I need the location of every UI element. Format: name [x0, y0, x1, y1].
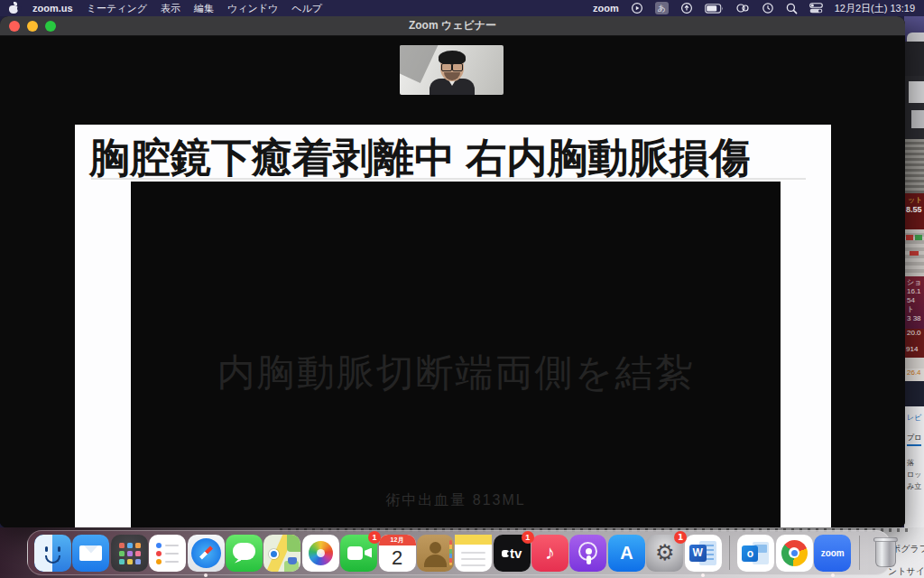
bg-fragment: ット [904, 193, 924, 205]
dock: 1 12月 2 tv 1 ♪ A ⚙ 1 W o zoom [27, 530, 891, 575]
bg-fragment: 8.55 [904, 205, 924, 214]
dock-outlook-icon[interactable]: o [737, 535, 774, 572]
input-source-icon[interactable]: あ [655, 2, 669, 14]
surgery-video-area: 内胸動脈切断端両側を結紮 術中出血量 813ML [131, 182, 781, 527]
bg-fragment: 914 [906, 345, 924, 354]
presenter-video-thumbnail[interactable] [400, 45, 504, 95]
menu-right-zoom-label[interactable]: zoom [593, 3, 619, 14]
dock-photos-icon[interactable] [302, 535, 339, 572]
bg-fragment: 26.4 [907, 368, 924, 378]
menu-view[interactable]: 表示 [161, 2, 180, 15]
bg-fragment: ロッ [907, 471, 924, 480]
fullscreen-button[interactable] [45, 21, 56, 32]
dock-divider [729, 536, 730, 570]
dock-podcasts-icon[interactable] [569, 535, 606, 572]
dock-messages-icon[interactable] [226, 535, 263, 572]
music-note-glyph: ♪ [545, 541, 555, 564]
bg-fragment: 落 [907, 459, 924, 468]
word-letter: W [689, 545, 707, 562]
dock-chrome-icon[interactable] [776, 535, 813, 572]
dock-zoom-icon[interactable]: zoom [814, 535, 851, 572]
bg-fragment: 54 [907, 296, 924, 305]
bg-fragment: レビ [907, 414, 924, 423]
dock-calendar-icon[interactable]: 12月 2 [379, 535, 416, 572]
bg-fragment: 16.1 [907, 287, 924, 296]
control-center-icon[interactable] [809, 3, 823, 14]
update-circle-icon[interactable] [680, 2, 693, 14]
outlook-letter: o [742, 545, 758, 562]
dock-launchpad-icon[interactable] [111, 535, 148, 572]
background-window-strip: ット 8.55 ショ 16.1 54 ト 3 38 20.0 914 26.4 … [904, 16, 924, 527]
bg-fragment: 3 38 [907, 314, 924, 323]
dock-word-icon[interactable]: W [685, 535, 722, 572]
menu-datetime[interactable]: 12月2日(土) 13:19 [835, 2, 915, 15]
facetime-badge: 1 [368, 531, 381, 544]
window-title: Zoom ウェビナー [409, 18, 496, 33]
slide-title: 胸腔鏡下癒着剥離中 右内胸動脈損傷 [89, 131, 751, 185]
shared-slide: 胸腔鏡下癒着剥離中 右内胸動脈損傷 内胸動脈切断端両側を結紮 術中出血量 813… [75, 125, 831, 527]
apple-menu-icon[interactable] [9, 3, 19, 14]
menu-window[interactable]: ウィンドウ [227, 2, 278, 15]
gear-icon: ⚙ [655, 540, 675, 565]
menu-edit[interactable]: 編集 [194, 2, 214, 15]
dock-reminders-icon[interactable] [149, 535, 186, 572]
bg-fragment: プロ [907, 434, 921, 446]
dock-trash-icon[interactable] [867, 535, 904, 572]
dock-safari-icon[interactable] [188, 535, 225, 572]
spotlight-icon[interactable] [786, 3, 798, 14]
slide-title-rule [91, 178, 806, 180]
tv-label: tv [510, 545, 522, 561]
dock-contacts-icon[interactable] [417, 535, 454, 572]
menu-app-name[interactable]: zoom.us [32, 3, 73, 14]
screen-recording-icon[interactable] [631, 2, 643, 14]
dock-app-store-icon[interactable]: A [608, 535, 645, 572]
calendar-month: 12月 [379, 535, 416, 545]
menu-meeting[interactable]: ミーティング [87, 2, 147, 15]
time-machine-icon[interactable] [762, 2, 774, 14]
dock-maps-icon[interactable] [263, 535, 300, 572]
calendar-day: 2 [379, 545, 416, 571]
tv-badge: 1 [522, 531, 534, 544]
bg-fragment: み立 [907, 482, 924, 491]
menu-help[interactable]: ヘルプ [291, 2, 322, 15]
dock-mail-icon[interactable] [72, 535, 109, 572]
bg-fragment: 20.0 [907, 329, 924, 338]
dock-facetime-icon[interactable]: 1 [340, 535, 377, 572]
zoom-webinar-window: Zoom ウェビナー 胸腔鏡下癒着剥離中 右内胸動脈損傷 内胸動脈切断端両側を結… [0, 16, 905, 527]
bg-fragment: ト [907, 305, 924, 314]
dock-apple-tv-icon[interactable]: tv 1 [494, 535, 531, 572]
bg-fragment: ショ [907, 278, 924, 287]
handoff-icon[interactable] [735, 3, 750, 14]
settings-badge: 1 [674, 531, 687, 544]
blood-loss-caption: 術中出血量 813ML [131, 491, 781, 510]
dock-divider [859, 536, 860, 570]
dock-notes-icon[interactable] [455, 535, 492, 572]
window-titlebar[interactable]: Zoom ウェビナー [0, 16, 905, 36]
menu-bar: zoom.us ミーティング 表示 編集 ウィンドウ ヘルプ zoom あ 12… [0, 0, 924, 16]
minimize-button[interactable] [27, 21, 38, 32]
appstore-letter: A [620, 543, 633, 564]
dock-music-icon[interactable]: ♪ [531, 535, 568, 572]
close-button[interactable] [9, 21, 20, 32]
dock-settings-icon[interactable]: ⚙ 1 [646, 535, 683, 572]
video-caption: 内胸動脈切断端両側を結紮 [131, 348, 781, 398]
battery-icon[interactable] [705, 4, 724, 14]
zoom-label: zoom [821, 548, 845, 558]
dock-finder-icon[interactable] [34, 535, 71, 572]
window-content: 胸腔鏡下癒着剥離中 右内胸動脈損傷 内胸動脈切断端両側を結紮 術中出血量 813… [0, 36, 905, 527]
presenter-glasses [441, 63, 463, 70]
